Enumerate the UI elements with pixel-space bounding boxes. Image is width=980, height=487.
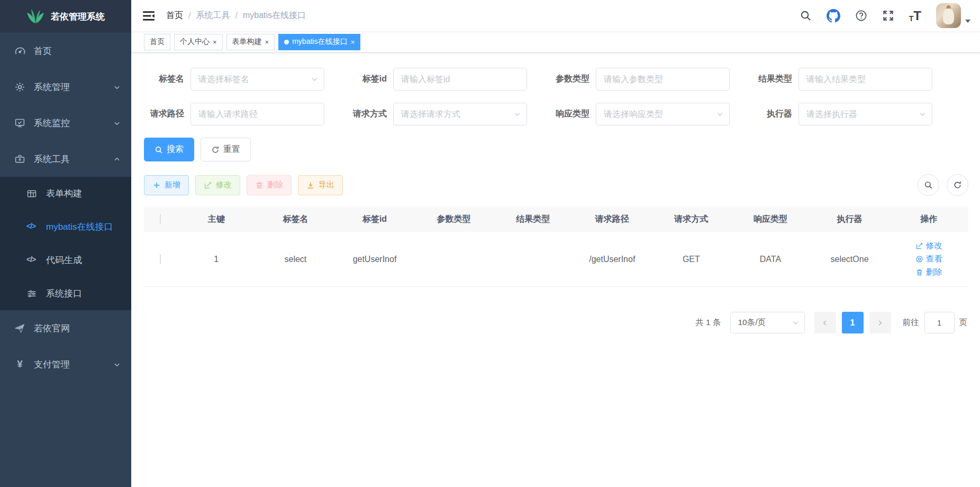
delete-button[interactable]: 删除 bbox=[247, 175, 292, 195]
row-checkbox[interactable] bbox=[160, 254, 161, 264]
tab-profile[interactable]: 个人中心 × bbox=[174, 34, 223, 50]
chevron-left-icon bbox=[821, 319, 829, 327]
close-icon[interactable]: × bbox=[213, 39, 217, 46]
sidebar-item-label: 表单构建 bbox=[46, 187, 82, 200]
navbar-actions: TT bbox=[800, 3, 970, 28]
col-header-response-type: 响应类型 bbox=[731, 206, 810, 232]
row-view-link[interactable]: 查看 bbox=[915, 254, 942, 265]
sidebar-item-system-tools[interactable]: 系统工具 bbox=[0, 141, 131, 177]
request-method-select[interactable] bbox=[393, 103, 527, 125]
col-header-id: 主键 bbox=[177, 206, 256, 232]
refresh-icon bbox=[211, 146, 220, 154]
response-type-select[interactable] bbox=[596, 103, 730, 125]
table-header-row: 主键 标签名 标签id 参数类型 结果类型 请求路径 请求方式 响应类型 执行器… bbox=[144, 206, 968, 232]
sidebar-item-system-api[interactable]: 系统接口 bbox=[0, 277, 131, 310]
reset-button-label: 重置 bbox=[223, 144, 240, 155]
font-size-icon[interactable]: TT bbox=[909, 10, 921, 22]
export-button[interactable]: 导出 bbox=[298, 175, 343, 195]
sidebar-collapse-icon[interactable] bbox=[142, 9, 156, 23]
tag-name-select[interactable] bbox=[190, 68, 324, 91]
sidebar-item-ruoyi-website[interactable]: 若依官网 bbox=[0, 310, 131, 346]
sidebar-item-payment-management[interactable]: ¥ 支付管理 bbox=[0, 346, 131, 382]
caret-down-icon bbox=[965, 20, 970, 23]
user-menu[interactable] bbox=[936, 3, 970, 28]
request-path-input[interactable] bbox=[190, 103, 324, 125]
sidebar-submenu-system-tools: 表单构建 </> mybatis在线接口 </> 代码生成 系统接口 bbox=[0, 177, 131, 310]
field-label: 标签名 bbox=[144, 74, 190, 85]
breadcrumb-section: 系统工具 bbox=[196, 10, 230, 21]
row-view-label: 查看 bbox=[926, 254, 942, 265]
sliders-icon bbox=[26, 288, 37, 299]
search-icon[interactable] bbox=[800, 10, 812, 22]
sidebar-item-system-management[interactable]: 系统管理 bbox=[0, 69, 131, 105]
col-header-executor: 执行器 bbox=[810, 206, 890, 232]
code-icon: </> bbox=[26, 222, 37, 232]
sidebar-item-label: 支付管理 bbox=[34, 358, 70, 371]
chevron-right-icon bbox=[876, 319, 884, 327]
param-type-input[interactable] bbox=[596, 68, 730, 91]
cell-method: GET bbox=[652, 232, 731, 287]
col-header-param-type: 参数类型 bbox=[414, 206, 494, 232]
tab-form-builder[interactable]: 表单构建 × bbox=[226, 34, 275, 50]
cell-tag-id: getUserInof bbox=[335, 232, 414, 287]
close-icon[interactable]: × bbox=[350, 39, 355, 46]
page-number-button[interactable]: 1 bbox=[842, 312, 864, 333]
select-all-checkbox[interactable] bbox=[160, 214, 161, 224]
add-button[interactable]: 新增 bbox=[144, 175, 189, 195]
edit-button[interactable]: 修改 bbox=[195, 175, 240, 195]
sidebar-item-system-monitor[interactable]: 系统监控 bbox=[0, 105, 131, 141]
prev-page-button[interactable] bbox=[814, 312, 836, 333]
reset-button[interactable]: 重置 bbox=[201, 138, 251, 161]
tab-label: 个人中心 bbox=[180, 37, 210, 47]
tag-id-input[interactable] bbox=[393, 68, 527, 91]
dashboard-icon bbox=[14, 46, 25, 57]
result-type-input[interactable] bbox=[798, 68, 932, 91]
sidebar-item-label: 系统监控 bbox=[34, 117, 70, 129]
app-logo[interactable]: 若依管理系统 bbox=[0, 0, 131, 33]
page-content: 标签名 标签id 参数类型 结果类型 bbox=[131, 53, 980, 487]
sidebar-item-home[interactable]: 首页 bbox=[0, 33, 131, 69]
executor-select[interactable] bbox=[798, 103, 932, 125]
tab-mybatis-api[interactable]: mybatis在线接口 × bbox=[278, 34, 360, 50]
field-label: 请求路径 bbox=[144, 109, 190, 120]
page-size-select[interactable] bbox=[730, 312, 805, 333]
view-icon bbox=[915, 255, 923, 263]
goto-page-input[interactable] bbox=[924, 312, 955, 333]
tags-view-bar: 首页 个人中心 × 表单构建 × mybatis在线接口 × bbox=[131, 31, 980, 53]
filter-row-1: 标签名 标签id 参数类型 结果类型 bbox=[144, 68, 968, 91]
sidebar-item-mybatis-api[interactable]: </> mybatis在线接口 bbox=[0, 210, 131, 244]
delete-button-label: 删除 bbox=[267, 180, 283, 190]
sidebar-item-code-generation[interactable]: </> 代码生成 bbox=[0, 244, 131, 277]
row-edit-link[interactable]: 修改 bbox=[915, 240, 942, 251]
row-delete-link[interactable]: 删除 bbox=[915, 267, 942, 278]
edit-icon bbox=[204, 181, 212, 190]
trash-icon bbox=[255, 181, 264, 190]
filter-field-tag-name: 标签名 bbox=[144, 68, 324, 91]
field-label: 响应类型 bbox=[549, 109, 596, 120]
refresh-button[interactable] bbox=[947, 174, 968, 196]
table-row[interactable]: 1 select getUserInof /getUserInof GET DA… bbox=[144, 232, 968, 287]
download-icon bbox=[306, 181, 315, 190]
col-header-path: 请求路径 bbox=[573, 206, 652, 232]
github-icon[interactable] bbox=[827, 9, 840, 23]
search-button[interactable]: 搜索 bbox=[144, 138, 194, 161]
chevron-up-icon bbox=[113, 155, 121, 163]
tab-home[interactable]: 首页 bbox=[144, 34, 170, 50]
code-icon: </> bbox=[26, 255, 37, 266]
cell-path: /getUserInof bbox=[573, 232, 652, 287]
next-page-button[interactable] bbox=[869, 312, 891, 333]
sidebar-item-label: 系统管理 bbox=[34, 81, 70, 93]
monitor-icon bbox=[14, 118, 25, 129]
sidebar-item-form-builder[interactable]: 表单构建 bbox=[0, 177, 131, 210]
delete-icon bbox=[915, 268, 923, 276]
avatar[interactable] bbox=[936, 3, 961, 28]
breadcrumb-home[interactable]: 首页 bbox=[166, 10, 183, 21]
fullscreen-icon[interactable] bbox=[882, 10, 894, 22]
field-label: 参数类型 bbox=[549, 74, 596, 85]
chevron-down-icon bbox=[113, 360, 121, 368]
breadcrumb-page: mybatis在线接口 bbox=[243, 10, 306, 21]
show-search-button[interactable] bbox=[918, 174, 939, 196]
sidebar-item-label: 系统接口 bbox=[46, 287, 82, 300]
question-icon[interactable] bbox=[855, 10, 867, 22]
close-icon[interactable]: × bbox=[265, 39, 269, 46]
